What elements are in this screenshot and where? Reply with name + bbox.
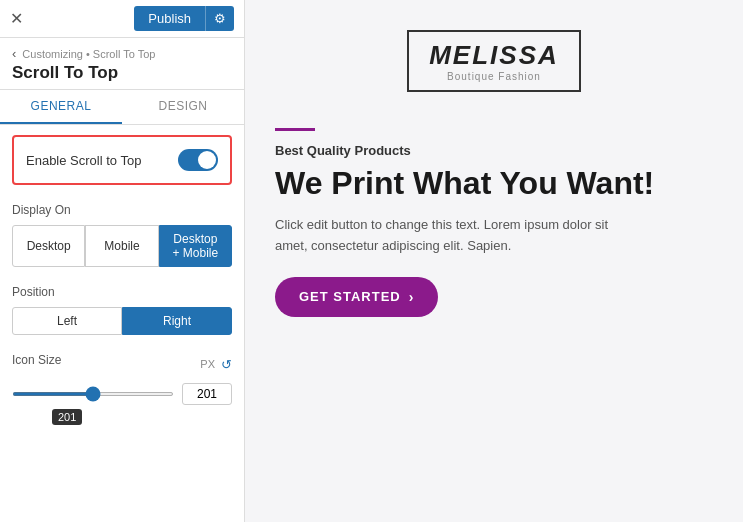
left-panel: ✕ Publish ⚙ ‹ Customizing • Scroll To To…: [0, 0, 245, 522]
breadcrumb-path: Customizing • Scroll To Top: [22, 48, 155, 60]
display-on-label: Display On: [12, 203, 232, 217]
publish-button[interactable]: Publish: [134, 6, 205, 31]
cta-button[interactable]: GET STARTED ›: [275, 277, 438, 317]
breadcrumb: ‹ Customizing • Scroll To Top: [12, 46, 232, 61]
top-bar-left: ✕: [10, 9, 23, 28]
top-bar: ✕ Publish ⚙: [0, 0, 244, 38]
brand-logo: MELISSA Boutique Fashion: [407, 30, 581, 92]
cta-label: GET STARTED: [299, 289, 401, 304]
position-left-btn[interactable]: Left: [12, 307, 122, 335]
brand-sub: Boutique Fashion: [429, 71, 559, 82]
tab-general[interactable]: GENERAL: [0, 90, 122, 124]
display-mobile-btn[interactable]: Mobile: [85, 225, 158, 267]
settings-content: Enable Scroll to Top Display On Desktop …: [0, 125, 244, 522]
position-label: Position: [12, 285, 232, 299]
icon-size-slider[interactable]: [12, 392, 174, 396]
tabs-row: GENERAL DESIGN: [0, 90, 244, 125]
display-on-group: Desktop Mobile Desktop + Mobile: [12, 225, 232, 267]
display-on-section: Display On Desktop Mobile Desktop + Mobi…: [12, 203, 232, 267]
enable-section: Enable Scroll to Top: [12, 135, 232, 185]
reset-icon[interactable]: ↺: [221, 357, 232, 372]
slider-tooltip: 201: [52, 409, 82, 425]
slider-row: [12, 383, 232, 405]
cta-arrow-icon: ›: [409, 289, 415, 305]
icon-size-label: Icon Size: [12, 353, 61, 367]
position-section: Position Left Right: [12, 285, 232, 335]
headline: We Print What You Want!: [275, 166, 713, 201]
publish-group: Publish ⚙: [134, 6, 234, 31]
enable-toggle[interactable]: [178, 149, 218, 171]
brand-name: MELISSA: [429, 40, 559, 71]
best-quality: Best Quality Products: [275, 143, 713, 158]
icon-size-header: Icon Size PX ↺: [12, 353, 232, 375]
px-label: PX: [200, 358, 215, 370]
settings-button[interactable]: ⚙: [205, 6, 234, 31]
position-right-btn[interactable]: Right: [122, 307, 232, 335]
breadcrumb-section: ‹ Customizing • Scroll To Top Scroll To …: [0, 38, 244, 90]
tab-design[interactable]: DESIGN: [122, 90, 244, 124]
position-group: Left Right: [12, 307, 232, 335]
right-preview: MELISSA Boutique Fashion Best Quality Pr…: [245, 0, 743, 522]
display-desktop-btn[interactable]: Desktop: [12, 225, 85, 267]
enable-label: Enable Scroll to Top: [26, 153, 141, 168]
display-desktop-mobile-btn[interactable]: Desktop + Mobile: [159, 225, 232, 267]
icon-size-controls: PX ↺: [200, 357, 232, 372]
close-button[interactable]: ✕: [10, 9, 23, 28]
back-arrow[interactable]: ‹: [12, 46, 16, 61]
icon-size-input[interactable]: [182, 383, 232, 405]
page-title: Scroll To Top: [12, 63, 232, 83]
body-text: Click edit button to change this text. L…: [275, 215, 615, 257]
purple-line: [275, 128, 315, 131]
preview-content: Best Quality Products We Print What You …: [275, 128, 713, 317]
icon-size-section: Icon Size PX ↺ 201: [12, 353, 232, 425]
